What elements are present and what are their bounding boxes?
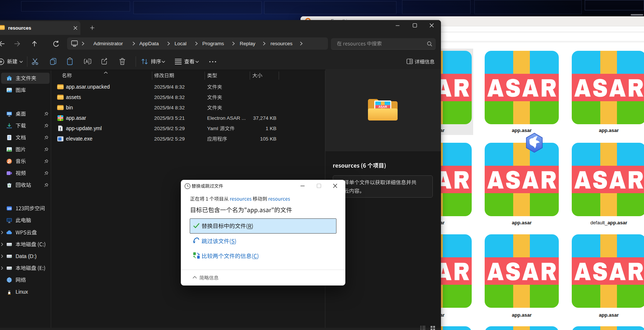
svg-text:ASAR: ASAR: [58, 117, 63, 119]
svg-text:ASAR: ASAR: [378, 105, 387, 109]
svg-text:123: 123: [7, 207, 11, 210]
